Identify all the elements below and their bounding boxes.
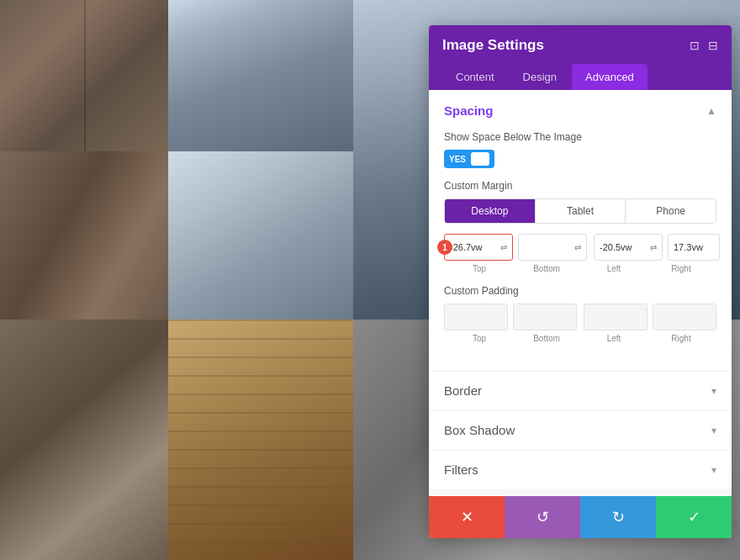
box-shadow-section-header[interactable]: Box Shadow ▾ [429, 411, 732, 449]
margin-left-group: ⇄ [594, 234, 663, 261]
padding-inputs-row: ⇄ ⇄ ⇄ [444, 304, 716, 330]
redo-icon: ↻ [612, 508, 625, 526]
padding-right-label: Right [648, 334, 715, 343]
margin-labels: Top Bottom Left Right [444, 264, 716, 273]
panel-title: Image Settings [442, 37, 544, 54]
show-space-setting: Show Space Below The Image YES [444, 131, 716, 168]
panel-header: Image Settings ⊡ ⊟ Content Design Advanc… [429, 25, 732, 90]
padding-top-wrapper: ⇄ [444, 304, 508, 330]
padding-right-wrapper [653, 304, 716, 330]
cancel-button[interactable]: ✕ [429, 496, 505, 538]
margin-right-input[interactable] [669, 242, 719, 252]
margin-left-input[interactable] [595, 242, 645, 252]
error-badge: 1 [437, 240, 452, 255]
settings-panel: Image Settings ⊡ ⊟ Content Design Advanc… [429, 25, 732, 538]
filters-chevron-icon: ▾ [711, 464, 716, 476]
custom-padding-setting: Custom Padding ⇄ ⇄ [444, 285, 716, 343]
spacing-chevron-icon: ▲ [706, 105, 716, 117]
spacing-section-content: Show Space Below The Image YES Custom Ma… [429, 131, 732, 370]
padding-right-input[interactable] [653, 311, 716, 323]
padding-labels: Top Bottom Left Right [444, 334, 716, 343]
margin-top-group: 1 ⇄ [444, 234, 513, 261]
margin-right-group [668, 234, 720, 261]
margin-bottom-input[interactable] [519, 241, 569, 253]
redo-button[interactable]: ↻ [580, 496, 656, 538]
split-icon[interactable]: ⊟ [708, 39, 718, 52]
panel-tabs: Content Design Advanced [442, 64, 718, 90]
padding-left-label: Left [580, 334, 648, 343]
tab-content[interactable]: Content [442, 64, 508, 90]
device-tabs: Desktop Tablet Phone [444, 198, 716, 224]
margin-left-right-group: ⇄ [594, 234, 720, 261]
panel-title-icons: ⊡ ⊟ [690, 39, 718, 52]
margin-inputs-row: 1 ⇄ ⇄ [444, 234, 716, 261]
margin-top-input[interactable] [445, 242, 495, 252]
margin-top-wrapper: ⇄ [444, 234, 513, 261]
margin-right-label: Right [648, 264, 715, 273]
bg-photo-1 [0, 0, 168, 151]
margin-bottom-wrapper: ⇄ [518, 234, 587, 261]
panel-footer: ✕ ↺ ↻ ✓ [429, 496, 732, 538]
filters-section-title: Filters [444, 462, 478, 477]
toggle-knob [471, 152, 489, 166]
spacing-section-header[interactable]: Spacing ▲ [429, 90, 732, 131]
bg-photo-4 [0, 151, 168, 320]
tab-tablet[interactable]: Tablet [536, 199, 626, 223]
bg-photo-6 [0, 320, 168, 560]
toggle-yes-label: YES [449, 155, 466, 164]
padding-bottom-input[interactable] [514, 311, 577, 323]
border-section-header[interactable]: Border ▾ [429, 372, 732, 409]
margin-top-bottom-group: 1 ⇄ ⇄ [444, 234, 587, 261]
border-chevron-icon: ▾ [711, 385, 716, 397]
spacing-section-title: Spacing [444, 103, 493, 118]
padding-top-label: Top [446, 334, 513, 343]
tab-desktop[interactable]: Desktop [445, 199, 536, 223]
margin-bottom-group: ⇄ [518, 234, 587, 261]
margin-left-label: Left [580, 264, 648, 273]
undo-button[interactable]: ↺ [505, 496, 580, 538]
padding-left-input[interactable] [584, 311, 648, 323]
toggle-switch[interactable]: YES [444, 150, 494, 168]
padding-left-right-group: ⇄ [584, 304, 716, 330]
cancel-icon: ✕ [461, 508, 473, 526]
margin-top-unit-icon[interactable]: ⇄ [495, 243, 512, 252]
save-icon: ✓ [688, 508, 700, 526]
border-section: Border ▾ [429, 371, 732, 409]
padding-bottom-wrapper: ⇄ [513, 304, 577, 330]
box-shadow-section: Box Shadow ▾ [429, 410, 732, 449]
custom-padding-label: Custom Padding [444, 285, 716, 297]
bg-photo-2 [168, 0, 353, 151]
filters-section-header[interactable]: Filters ▾ [429, 451, 732, 489]
bg-photo-5 [168, 151, 353, 320]
spacing-section: Spacing ▲ Show Space Below The Image YES [429, 90, 732, 370]
box-shadow-chevron-icon: ▾ [711, 425, 716, 436]
margin-bottom-label: Bottom [513, 264, 580, 273]
tab-advanced[interactable]: Advanced [572, 64, 648, 90]
margin-bottom-unit-icon[interactable]: ⇄ [569, 243, 586, 252]
border-section-title: Border [444, 383, 482, 398]
margin-top-label: Top [446, 264, 513, 273]
margin-left-unit-icon[interactable]: ⇄ [645, 243, 662, 252]
padding-top-input[interactable] [445, 311, 508, 323]
padding-bottom-label: Bottom [513, 334, 580, 343]
filters-section: Filters ▾ [429, 450, 732, 489]
save-button[interactable]: ✓ [656, 496, 732, 538]
margin-left-wrapper: ⇄ [594, 234, 663, 261]
resize-icon[interactable]: ⊡ [690, 39, 700, 52]
custom-margin-setting: Custom Margin Desktop Tablet Phone 1 [444, 180, 716, 273]
custom-margin-label: Custom Margin [444, 180, 716, 192]
tab-design[interactable]: Design [510, 64, 570, 90]
toggle-container: YES [444, 150, 716, 168]
panel-body: Spacing ▲ Show Space Below The Image YES [429, 90, 732, 496]
bg-photo-7 [168, 320, 353, 560]
margin-right-wrapper [668, 234, 720, 261]
padding-left-wrapper: ⇄ [584, 304, 648, 330]
tab-phone[interactable]: Phone [626, 199, 716, 223]
undo-icon: ↺ [536, 508, 549, 526]
box-shadow-section-title: Box Shadow [444, 423, 515, 437]
padding-top-bottom-group: ⇄ ⇄ [444, 304, 577, 330]
show-space-label: Show Space Below The Image [444, 131, 716, 143]
